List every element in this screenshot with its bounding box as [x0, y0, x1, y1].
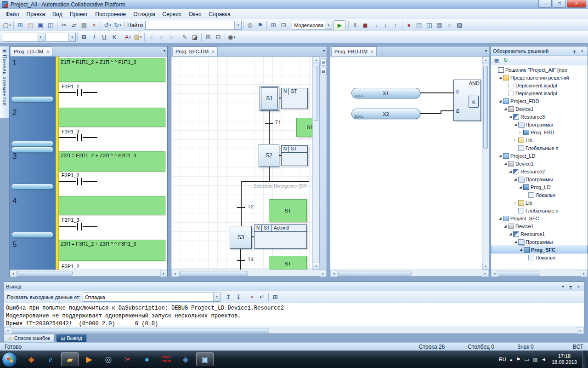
scroll-thumb[interactable]: [12, 328, 269, 333]
scroll-left-icon[interactable]: [491, 270, 498, 277]
ld-action-box[interactable]: Z2П = F2П1_2 + Z2П ^ ^ F2П1_3: [59, 151, 165, 172]
tab-close-icon[interactable]: ×: [212, 49, 215, 54]
scroll-thumb[interactable]: [483, 66, 488, 149]
tree-item[interactable]: ◢Resource3: [491, 113, 588, 121]
bold-icon[interactable]: B: [79, 32, 89, 42]
undo-icon[interactable]: ↺▾: [102, 20, 113, 30]
memory-window-icon[interactable]: ▧: [454, 20, 464, 30]
font-size-caret-icon[interactable]: ▾: [68, 33, 75, 41]
sfc-action-block[interactable]: NST: [281, 88, 308, 109]
find-options-icon[interactable]: ◎: [245, 20, 255, 30]
build-all-icon[interactable]: ⊟: [278, 20, 288, 30]
ld-action-box[interactable]: [59, 108, 165, 127]
taskbar-acp[interactable]: ▣: [196, 352, 214, 366]
ld-contact[interactable]: [59, 178, 97, 185]
font-caret-icon[interactable]: ▾: [37, 33, 44, 41]
scroll-right-icon[interactable]: [577, 327, 584, 334]
tree-item[interactable]: Глобальные п: [491, 207, 588, 214]
output-source-caret-icon[interactable]: ▾: [213, 293, 220, 301]
volume-icon[interactable]: ◄: [541, 356, 546, 362]
word-wrap-icon[interactable]: ↵: [257, 292, 267, 302]
add-item-icon[interactable]: ⊞: [15, 20, 25, 30]
taskbar-explorer[interactable]: ▰: [61, 352, 79, 366]
tree-item[interactable]: ◢Project_SFC: [491, 214, 588, 222]
taskbar-ie[interactable]: e: [42, 352, 59, 366]
ld-canvas[interactable]: 1 2 3 4 5 Z1П = F1П1_2 + Z1П ^ ^ F1П1_3 …: [10, 57, 167, 270]
step-over-icon[interactable]: →: [370, 20, 380, 30]
tab-prog-ld[interactable]: Prog_LD-ПМ ×: [11, 46, 52, 56]
tab-list-caret-icon[interactable]: ▾: [164, 49, 165, 53]
delete-icon[interactable]: ×: [89, 20, 99, 30]
align-right-icon[interactable]: ≡: [166, 32, 176, 42]
sfc-tool-top-icon[interactable]: ⊞: [320, 58, 327, 66]
tree-item[interactable]: ◢Resource2: [491, 167, 588, 175]
tab-close-icon[interactable]: ×: [46, 49, 49, 54]
start-debug-button[interactable]: ▶: [334, 20, 345, 30]
stop-icon[interactable]: ◼: [360, 20, 370, 30]
font-size-combobox[interactable]: ▾: [45, 33, 76, 42]
font-color-icon[interactable]: A▾: [123, 32, 133, 42]
action-center-icon[interactable]: ⚑: [516, 356, 520, 362]
underline-icon[interactable]: U: [99, 32, 109, 42]
prev-message-icon[interactable]: ↥: [223, 292, 233, 302]
scroll-up-icon[interactable]: [313, 57, 320, 63]
sfc-canvas[interactable]: S1 S2 S3 NST NST NSTAction3 ST ST ST T1 …: [171, 57, 312, 270]
fbd-and-block[interactable]: AND i1 i2 &: [453, 80, 481, 121]
mode-caret-icon[interactable]: ▾: [325, 21, 332, 29]
tree-item[interactable]: ▷Prog_FBD: [491, 128, 588, 136]
simulation-mode-combobox[interactable]: Моделирова ▾: [292, 21, 332, 30]
tree-expand-icon[interactable]: ◢: [513, 240, 518, 244]
find-combobox[interactable]: ▾: [145, 21, 242, 30]
output-text[interactable]: Ошибка при попытке подключиться к DaSubs…: [4, 303, 584, 327]
tab-prog-fbd[interactable]: Prog_FBD-ПМ ×: [331, 46, 377, 56]
scroll-thumb[interactable]: [17, 271, 73, 276]
tree-expand-icon[interactable]: ◢: [518, 185, 523, 189]
pointer-icon[interactable]: ◪: [190, 32, 200, 42]
paste-icon[interactable]: ▨: [79, 20, 89, 30]
sfc-step-s1[interactable]: S1: [260, 86, 279, 111]
start-button[interactable]: [2, 352, 17, 367]
taskbar-snipping[interactable]: ✂: [119, 352, 136, 366]
find-caret-icon[interactable]: ▾: [234, 21, 241, 29]
tree-item[interactable]: Локальн: [491, 253, 588, 261]
tree-expand-icon[interactable]: ◢: [503, 162, 508, 166]
scroll-thumb[interactable]: [338, 271, 412, 276]
scroll-thumb[interactable]: [314, 66, 318, 121]
bookmark-icon[interactable]: ⚑: [255, 20, 265, 30]
horizontal-scrollbar[interactable]: [171, 270, 327, 276]
tree-item[interactable]: Решение "Project_All" (про: [491, 66, 588, 74]
tree-item[interactable]: ◢Prog_LD: [491, 183, 588, 191]
tree-item[interactable]: Глобальные п: [491, 144, 588, 152]
zoom-icon[interactable]: ◉▾: [226, 32, 237, 42]
tab-prog-sfc[interactable]: Prog_SFC-ПМ ×: [172, 46, 218, 56]
scroll-right-icon[interactable]: [160, 270, 167, 277]
vertical-scrollbar[interactable]: [482, 57, 489, 270]
sfc-transition-body[interactable]: ST: [296, 118, 312, 137]
menu-item[interactable]: Проект: [66, 10, 92, 19]
font-combobox[interactable]: ▾: [2, 33, 44, 42]
ld-action-box[interactable]: Z3П = F3П1_2 + Z3П ^ ^ F3П1_3: [59, 240, 165, 261]
breakpoints-window-icon[interactable]: ●: [404, 20, 414, 30]
tree-expand-icon[interactable]: ◢: [498, 154, 503, 158]
align-center-icon[interactable]: ≡: [156, 32, 166, 42]
new-file-icon[interactable]: ▢▾: [2, 20, 12, 30]
close-button[interactable]: ×: [567, 0, 586, 8]
step-out-icon[interactable]: ↑: [390, 20, 401, 30]
language-indicator[interactable]: RU: [499, 356, 506, 362]
build-table-icon[interactable]: ⊞: [268, 20, 278, 30]
group-icon[interactable]: ⊞: [203, 32, 213, 42]
horizontal-scrollbar[interactable]: [10, 270, 167, 276]
fbd-canvas[interactable]: X1 BOOL X2 BOOL AND i1 i2 &: [330, 57, 482, 270]
fill-color-icon[interactable]: ▨▾: [133, 32, 143, 42]
vertical-scrollbar[interactable]: [312, 57, 319, 270]
scroll-thumb[interactable]: [499, 271, 540, 276]
tree-item[interactable]: ◢Программы: [491, 175, 588, 183]
cut-icon[interactable]: ✂: [59, 20, 69, 30]
menu-item[interactable]: Сервис: [159, 10, 185, 19]
taskbar-maxpack[interactable]: MAXPACK: [158, 352, 175, 366]
tree-item[interactable]: ◢Программы: [491, 121, 588, 128]
tree-expand-icon[interactable]: ◢: [503, 107, 508, 111]
tree-expand-icon[interactable]: ◢: [503, 224, 508, 228]
tab-output[interactable]: ▤Вывод: [56, 334, 87, 342]
tab-warning[interactable]: ⚠Список ошибок: [4, 334, 55, 342]
